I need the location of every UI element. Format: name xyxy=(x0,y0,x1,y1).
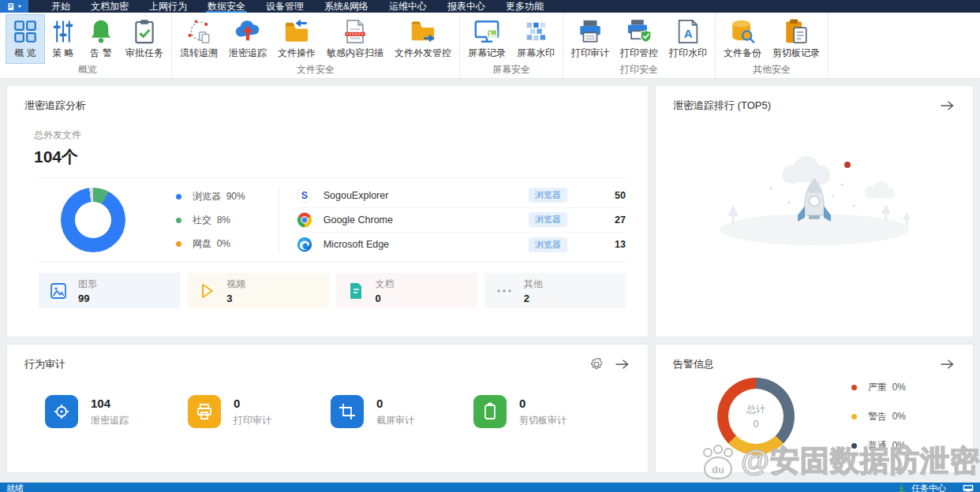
leak-track-cloud-icon xyxy=(234,18,261,45)
go-to-arrow-icon[interactable] xyxy=(940,99,954,112)
file-type-tiles: 图形99 视频3 文档0 其他2 xyxy=(39,273,626,308)
tab-report-center[interactable]: 报表中心 xyxy=(437,0,496,13)
ribbon-item-print-watermark[interactable]: A 打印水印 xyxy=(664,15,713,63)
app-icon xyxy=(7,2,16,11)
panel-alerts: 告警信息 总计 0 严重 0% 警告 0% 普通 0% xyxy=(655,344,974,473)
ribbon-item-file-outgoing-control[interactable]: 文件外发管控 xyxy=(389,15,457,63)
crop-icon xyxy=(331,395,364,428)
tab-data-security[interactable]: 数据安全 xyxy=(197,0,256,13)
tile-other[interactable]: 其他2 xyxy=(484,273,626,308)
ribbon-item-screen-record[interactable]: 屏幕记录 xyxy=(462,15,511,63)
browser-name: SogouExplorer xyxy=(324,190,529,201)
tab-system-network[interactable]: 系统&网络 xyxy=(314,0,379,13)
ribbon-item-label: 屏幕记录 xyxy=(468,47,506,60)
tile-label: 视频 xyxy=(226,278,245,291)
tab-device-mgmt[interactable]: 设备管理 xyxy=(256,0,314,13)
audit-item-print[interactable]: 0打印审计 xyxy=(188,395,331,428)
monitor-icon[interactable] xyxy=(963,484,974,492)
browser-row[interactable]: Microsoft Edge 浏览器 13 xyxy=(297,233,626,257)
policy-sliders-icon xyxy=(50,18,77,45)
legend-item: 社交 8% xyxy=(176,214,245,227)
ribbon-group-label: 概览 xyxy=(4,63,171,78)
go-to-arrow-icon[interactable] xyxy=(615,358,629,371)
ribbon-item-screen-watermark[interactable]: 屏幕水印 xyxy=(511,15,560,63)
ribbon-item-overview[interactable]: 概 览 xyxy=(6,15,44,63)
tile-graphics[interactable]: 图形99 xyxy=(39,273,180,308)
legend-label: 警告 xyxy=(868,410,887,423)
print-audit-icon xyxy=(577,18,604,45)
ribbon-item-label: 打印管控 xyxy=(620,47,658,60)
ribbon-item-policy[interactable]: 策 略 xyxy=(44,15,82,63)
sensitive-scan-icon xyxy=(342,18,368,45)
legend-dot xyxy=(176,194,181,199)
ribbon-item-print-audit[interactable]: 打印审计 xyxy=(566,15,615,63)
tile-video[interactable]: 视频3 xyxy=(187,273,328,308)
tab-start[interactable]: 开始 xyxy=(41,0,80,13)
legend-item: 浏览器 90% xyxy=(176,190,245,203)
main-content: 泄密追踪分析 总外发文件 104个 浏览器 90% 社交 8% 网盘 0% S … xyxy=(0,79,980,481)
alerts-legend: 严重 0% 警告 0% 普通 0% xyxy=(851,381,906,453)
sogou-browser-icon: S xyxy=(297,188,312,203)
legend-item: 网盘 0% xyxy=(176,237,245,251)
ribbon-item-flow-trace[interactable]: 流转追溯 xyxy=(174,15,223,63)
audit-value: 0 xyxy=(376,397,414,410)
ribbon-item-print-control[interactable]: 打印管控 xyxy=(615,15,664,63)
tile-value: 3 xyxy=(226,293,245,304)
panel-leak-analysis: 泄密追踪分析 总外发文件 104个 浏览器 90% 社交 8% 网盘 0% S … xyxy=(6,85,649,337)
screen-watermark-icon xyxy=(522,18,549,45)
svg-text:A: A xyxy=(684,28,693,40)
file-operation-folder-icon xyxy=(283,18,310,45)
ribbon-item-alarm[interactable]: 告 警 xyxy=(82,15,120,63)
file-backup-icon xyxy=(729,18,756,45)
ribbon-group-other-security: 文件备份 剪切板记录 其他安全 xyxy=(716,13,829,78)
ribbon-group-label: 文件安全 xyxy=(172,63,459,78)
ribbon-item-approval-tasks[interactable]: 审批任务 xyxy=(120,15,169,63)
tile-label: 图形 xyxy=(78,278,97,291)
legend-label: 网盘 xyxy=(193,237,211,251)
legend-pct: 0% xyxy=(217,238,230,249)
tile-document[interactable]: 文档0 xyxy=(336,273,477,308)
go-to-arrow-icon[interactable] xyxy=(940,358,954,371)
status-ready-text: 就绪 xyxy=(6,483,24,492)
legend-dot xyxy=(851,443,857,449)
gear-icon[interactable] xyxy=(589,358,604,371)
menu-tabs: 开始 文档加密 上网行为 数据安全 设备管理 系统&网络 运维中心 报表中心 更… xyxy=(41,0,554,13)
ribbon-group-label: 其他安全 xyxy=(716,63,828,78)
ribbon-item-label: 审批任务 xyxy=(125,47,163,60)
tab-more-features[interactable]: 更多功能 xyxy=(496,0,554,13)
audit-item-screenshot[interactable]: 0截屏审计 xyxy=(331,395,473,428)
browser-row[interactable]: S SogouExplorer 浏览器 50 xyxy=(297,184,626,208)
audit-value: 0 xyxy=(519,397,567,410)
chevron-down-icon xyxy=(17,5,22,9)
panel-title: 泄密追踪排行 (TOP5) xyxy=(673,99,771,113)
browser-tag-badge: 浏览器 xyxy=(529,212,567,227)
browser-row[interactable]: Google Chrome 浏览器 27 xyxy=(297,208,626,233)
ellipsis-icon xyxy=(495,281,514,300)
browser-count: 27 xyxy=(605,214,626,226)
tab-web-behavior[interactable]: 上网行为 xyxy=(139,0,197,13)
ribbon-group-label: 打印安全 xyxy=(563,63,715,78)
ribbon-item-file-backup[interactable]: 文件备份 xyxy=(718,15,767,63)
ribbon-item-clipboard-record[interactable]: 剪切板记录 xyxy=(767,15,825,63)
legend-item: 普通 0% xyxy=(851,439,906,453)
audit-item-clipboard[interactable]: 0剪切板审计 xyxy=(473,395,616,428)
ribbon-item-leak-track[interactable]: 泄密追踪 xyxy=(223,15,272,63)
app-menu-button[interactable] xyxy=(0,0,28,13)
download-icon xyxy=(897,484,906,492)
browser-tag-badge: 浏览器 xyxy=(529,188,567,203)
tab-ops-center[interactable]: 运维中心 xyxy=(379,0,437,13)
audit-label: 打印审计 xyxy=(234,414,271,427)
browser-name: Microsoft Edge xyxy=(324,239,529,250)
alerts-total-value: 0 xyxy=(754,419,759,430)
task-center-button[interactable]: 任务中心 xyxy=(911,483,946,492)
tab-doc-encrypt[interactable]: 文档加密 xyxy=(80,0,139,13)
ribbon-item-label: 流转追溯 xyxy=(180,47,218,60)
printer-icon xyxy=(188,395,221,428)
audit-label: 泄密追踪 xyxy=(91,414,129,427)
audit-item-leak-track[interactable]: 104泄密追踪 xyxy=(45,395,188,428)
ribbon-item-sensitive-scan[interactable]: 敏感内容扫描 xyxy=(321,15,389,63)
ribbon-item-file-operation[interactable]: 文件操作 xyxy=(272,15,321,63)
overview-grid-icon xyxy=(12,18,39,45)
legend-dot xyxy=(851,414,857,419)
tile-value: 0 xyxy=(376,293,395,304)
